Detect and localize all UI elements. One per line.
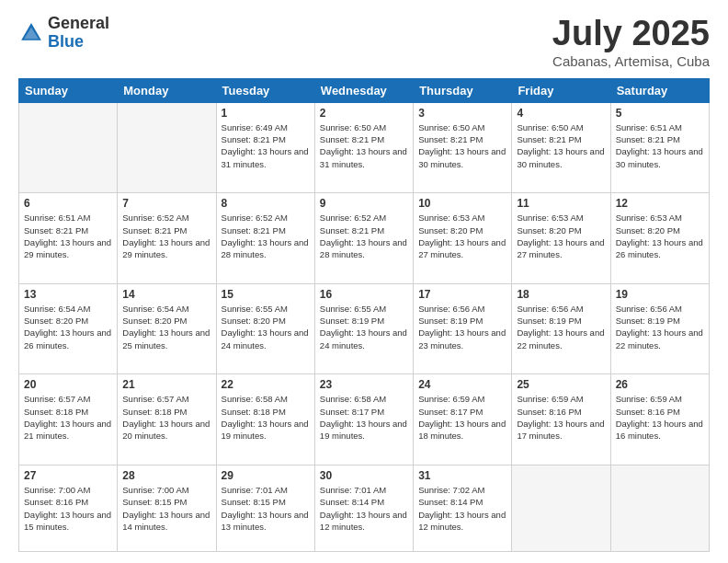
day-info: Sunrise: 6:57 AM Sunset: 8:18 PM Dayligh… bbox=[24, 393, 112, 442]
table-row: 29Sunrise: 7:01 AM Sunset: 8:15 PM Dayli… bbox=[216, 465, 314, 551]
day-number: 21 bbox=[122, 378, 210, 391]
table-row: 1Sunrise: 6:49 AM Sunset: 8:21 PM Daylig… bbox=[216, 102, 314, 193]
calendar-header-row: Sunday Monday Tuesday Wednesday Thursday… bbox=[19, 78, 710, 102]
day-info: Sunrise: 6:53 AM Sunset: 8:20 PM Dayligh… bbox=[517, 212, 605, 260]
table-row: 24Sunrise: 6:59 AM Sunset: 8:17 PM Dayli… bbox=[414, 374, 512, 465]
table-row: 5Sunrise: 6:51 AM Sunset: 8:21 PM Daylig… bbox=[610, 102, 709, 193]
day-info: Sunrise: 6:58 AM Sunset: 8:17 PM Dayligh… bbox=[320, 393, 408, 442]
day-info: Sunrise: 6:54 AM Sunset: 8:20 PM Dayligh… bbox=[122, 303, 210, 351]
day-number: 18 bbox=[517, 288, 605, 301]
day-info: Sunrise: 7:00 AM Sunset: 8:15 PM Dayligh… bbox=[122, 484, 210, 533]
table-row bbox=[19, 102, 118, 193]
day-number: 9 bbox=[320, 197, 408, 210]
table-row: 8Sunrise: 6:52 AM Sunset: 8:21 PM Daylig… bbox=[216, 193, 314, 284]
table-row: 3Sunrise: 6:50 AM Sunset: 8:21 PM Daylig… bbox=[414, 102, 512, 193]
logo: General Blue bbox=[18, 15, 109, 52]
day-number: 5 bbox=[616, 107, 704, 120]
day-info: Sunrise: 6:51 AM Sunset: 8:21 PM Dayligh… bbox=[616, 121, 704, 170]
day-number: 3 bbox=[418, 107, 506, 120]
day-info: Sunrise: 6:59 AM Sunset: 8:16 PM Dayligh… bbox=[517, 393, 605, 442]
table-row: 31Sunrise: 7:02 AM Sunset: 8:14 PM Dayli… bbox=[414, 465, 512, 551]
day-info: Sunrise: 6:55 AM Sunset: 8:20 PM Dayligh… bbox=[222, 303, 310, 351]
day-number: 13 bbox=[24, 288, 112, 301]
day-number: 26 bbox=[616, 378, 704, 391]
day-number: 11 bbox=[517, 197, 605, 210]
day-info: Sunrise: 6:53 AM Sunset: 8:20 PM Dayligh… bbox=[418, 212, 506, 260]
day-number: 24 bbox=[418, 378, 506, 391]
day-info: Sunrise: 6:59 AM Sunset: 8:17 PM Dayligh… bbox=[418, 393, 506, 442]
table-row: 18Sunrise: 6:56 AM Sunset: 8:19 PM Dayli… bbox=[512, 283, 610, 374]
logo-icon bbox=[18, 20, 44, 46]
day-info: Sunrise: 6:52 AM Sunset: 8:21 PM Dayligh… bbox=[320, 212, 408, 260]
day-info: Sunrise: 7:02 AM Sunset: 8:14 PM Dayligh… bbox=[418, 484, 506, 533]
day-number: 1 bbox=[222, 107, 310, 120]
page: General Blue July 2025 Cabanas, Artemisa… bbox=[0, 0, 728, 563]
table-row bbox=[610, 465, 709, 551]
header-saturday: Saturday bbox=[610, 78, 709, 102]
day-info: Sunrise: 6:51 AM Sunset: 8:21 PM Dayligh… bbox=[24, 212, 112, 260]
day-info: Sunrise: 7:00 AM Sunset: 8:16 PM Dayligh… bbox=[24, 484, 112, 533]
logo-general-text: General bbox=[48, 15, 109, 33]
day-info: Sunrise: 6:56 AM Sunset: 8:19 PM Dayligh… bbox=[517, 303, 605, 351]
table-row: 27Sunrise: 7:00 AM Sunset: 8:16 PM Dayli… bbox=[19, 465, 118, 551]
day-number: 4 bbox=[517, 107, 605, 120]
day-info: Sunrise: 7:01 AM Sunset: 8:14 PM Dayligh… bbox=[320, 484, 408, 533]
table-row: 10Sunrise: 6:53 AM Sunset: 8:20 PM Dayli… bbox=[414, 193, 512, 284]
day-number: 25 bbox=[517, 378, 605, 391]
table-row: 4Sunrise: 6:50 AM Sunset: 8:21 PM Daylig… bbox=[512, 102, 610, 193]
table-row: 11Sunrise: 6:53 AM Sunset: 8:20 PM Dayli… bbox=[512, 193, 610, 284]
table-row: 21Sunrise: 6:57 AM Sunset: 8:18 PM Dayli… bbox=[118, 374, 216, 465]
day-number: 14 bbox=[122, 288, 210, 301]
day-number: 19 bbox=[616, 288, 704, 301]
table-row: 22Sunrise: 6:58 AM Sunset: 8:18 PM Dayli… bbox=[216, 374, 314, 465]
day-info: Sunrise: 6:50 AM Sunset: 8:21 PM Dayligh… bbox=[320, 121, 408, 170]
table-row: 12Sunrise: 6:53 AM Sunset: 8:20 PM Dayli… bbox=[610, 193, 709, 284]
day-info: Sunrise: 6:50 AM Sunset: 8:21 PM Dayligh… bbox=[418, 121, 506, 170]
day-number: 22 bbox=[222, 378, 310, 391]
header-wednesday: Wednesday bbox=[314, 78, 413, 102]
table-row: 28Sunrise: 7:00 AM Sunset: 8:15 PM Dayli… bbox=[118, 465, 216, 551]
day-number: 16 bbox=[320, 288, 408, 301]
day-number: 17 bbox=[418, 288, 506, 301]
header: General Blue July 2025 Cabanas, Artemisa… bbox=[18, 15, 710, 69]
header-thursday: Thursday bbox=[414, 78, 512, 102]
table-row: 7Sunrise: 6:52 AM Sunset: 8:21 PM Daylig… bbox=[118, 193, 216, 284]
day-number: 23 bbox=[320, 378, 408, 391]
day-info: Sunrise: 6:53 AM Sunset: 8:20 PM Dayligh… bbox=[616, 212, 704, 260]
table-row: 20Sunrise: 6:57 AM Sunset: 8:18 PM Dayli… bbox=[19, 374, 118, 465]
day-info: Sunrise: 6:57 AM Sunset: 8:18 PM Dayligh… bbox=[122, 393, 210, 442]
calendar-table: Sunday Monday Tuesday Wednesday Thursday… bbox=[18, 78, 710, 552]
day-info: Sunrise: 6:50 AM Sunset: 8:21 PM Dayligh… bbox=[517, 121, 605, 170]
day-info: Sunrise: 6:54 AM Sunset: 8:20 PM Dayligh… bbox=[24, 303, 112, 351]
day-info: Sunrise: 6:52 AM Sunset: 8:21 PM Dayligh… bbox=[222, 212, 310, 260]
day-number: 7 bbox=[122, 197, 210, 210]
day-number: 31 bbox=[418, 469, 506, 482]
main-title: July 2025 bbox=[552, 15, 710, 53]
logo-blue-text: Blue bbox=[48, 33, 109, 52]
day-info: Sunrise: 6:59 AM Sunset: 8:16 PM Dayligh… bbox=[616, 393, 704, 442]
table-row: 30Sunrise: 7:01 AM Sunset: 8:14 PM Dayli… bbox=[314, 465, 413, 551]
header-friday: Friday bbox=[512, 78, 610, 102]
table-row: 2Sunrise: 6:50 AM Sunset: 8:21 PM Daylig… bbox=[314, 102, 413, 193]
table-row: 15Sunrise: 6:55 AM Sunset: 8:20 PM Dayli… bbox=[216, 283, 314, 374]
table-row bbox=[118, 102, 216, 193]
title-block: July 2025 Cabanas, Artemisa, Cuba bbox=[552, 15, 710, 69]
day-number: 15 bbox=[222, 288, 310, 301]
day-info: Sunrise: 7:01 AM Sunset: 8:15 PM Dayligh… bbox=[222, 484, 310, 533]
day-info: Sunrise: 6:56 AM Sunset: 8:19 PM Dayligh… bbox=[616, 303, 704, 351]
table-row: 19Sunrise: 6:56 AM Sunset: 8:19 PM Dayli… bbox=[610, 283, 709, 374]
day-number: 6 bbox=[24, 197, 112, 210]
subtitle: Cabanas, Artemisa, Cuba bbox=[552, 53, 710, 69]
table-row: 23Sunrise: 6:58 AM Sunset: 8:17 PM Dayli… bbox=[314, 374, 413, 465]
table-row: 26Sunrise: 6:59 AM Sunset: 8:16 PM Dayli… bbox=[610, 374, 709, 465]
header-monday: Monday bbox=[118, 78, 216, 102]
table-row: 9Sunrise: 6:52 AM Sunset: 8:21 PM Daylig… bbox=[314, 193, 413, 284]
table-row: 6Sunrise: 6:51 AM Sunset: 8:21 PM Daylig… bbox=[19, 193, 118, 284]
day-number: 2 bbox=[320, 107, 408, 120]
day-number: 30 bbox=[320, 469, 408, 482]
day-info: Sunrise: 6:58 AM Sunset: 8:18 PM Dayligh… bbox=[222, 393, 310, 442]
table-row: 25Sunrise: 6:59 AM Sunset: 8:16 PM Dayli… bbox=[512, 374, 610, 465]
table-row bbox=[512, 465, 610, 551]
table-row: 17Sunrise: 6:56 AM Sunset: 8:19 PM Dayli… bbox=[414, 283, 512, 374]
day-number: 28 bbox=[122, 469, 210, 482]
